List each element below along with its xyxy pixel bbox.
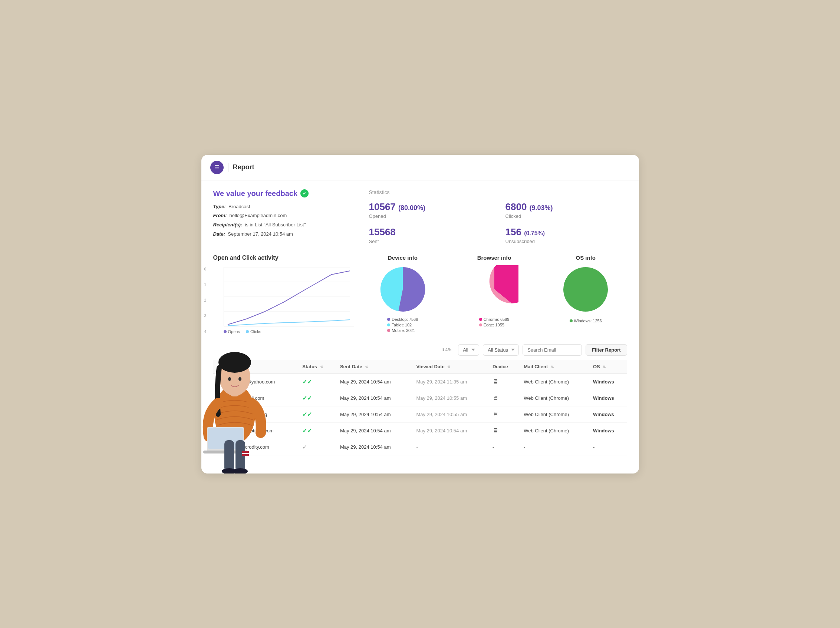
clicks-dot [246,330,249,333]
browser-chart: Browser info Chrome: 6589 [453,255,535,334]
campaign-info-panel: We value your feedback ✓ Type: Broadcast… [213,189,354,244]
cell-status: ✓✓ [298,373,336,390]
charts-section: Open and Click activity 4 3 2 1 0 [213,255,627,334]
search-email-input[interactable] [523,344,582,356]
cell-viewed-date: May 29, 2024 11:35 am [412,373,488,390]
browser-pie-svg [470,265,518,313]
email-sort-icon[interactable]: ⇅ [233,365,236,369]
sent-date-sort-icon[interactable]: ⇅ [365,365,368,369]
os-legend: Windows: 1256 [570,319,602,324]
cell-sent-date: May 29, 2024 10:54 am [336,406,412,422]
os-chart: OS info Windows: 1256 [545,255,627,334]
cell-mail-client: Web Client (Chrome) [519,406,589,422]
pie-charts-panel: Device info [362,255,627,334]
chrome-dot [479,318,482,321]
device-desktop-icon: 🖥 [493,395,499,401]
unsub-number: 156 (0.75%) [505,227,627,238]
table-row: catharine59@hotmail.com ✓✓ May 29, 2024 … [213,422,627,439]
cell-status: ✓ [298,439,336,455]
sent-number: 15568 [369,227,491,238]
header: ☰ Report [201,155,639,181]
browser-legend: Chrome: 6589 Edge: 1055 [479,317,510,328]
campaign-meta: Type: Broadcast From: hello@Exampleadmin… [213,202,354,239]
verified-icon: ✓ [300,189,309,197]
status-sort-icon[interactable]: ⇅ [320,365,323,369]
cell-device: - [488,439,519,455]
os-pie-container [545,265,627,313]
col-viewed-date[interactable]: Viewed Date ⇅ [412,360,488,373]
table-body: flossie_jacobi@yahoo.com ✓✓ May 29, 2024… [213,373,627,455]
cell-email: flossie_jacobi@yahoo.com [213,373,298,390]
main-content: We value your feedback ✓ Type: Broadcast… [201,181,639,464]
cell-sent-date: May 29, 2024 10:54 am [336,373,412,390]
app-container: ☰ Report We value your feedback ✓ Type: … [201,155,639,474]
cell-email: shane.p@mailsend.org [213,406,298,422]
cell-sent-date: May 29, 2024 10:54 am [336,390,412,406]
device-desktop-icon: 🖥 [493,427,499,433]
legend-opens: Opens [224,329,240,334]
device-desktop-icon: 🖥 [493,411,499,417]
svg-point-17 [233,468,248,474]
campaign-from: From: hello@Exampleadmin.com [213,211,354,220]
os-sort-icon[interactable]: ⇅ [603,365,606,369]
cell-viewed-date: May 29, 2024 10:54 am [412,422,488,439]
cell-status: ✓✓ [298,390,336,406]
svg-point-4 [563,267,608,312]
opened-number: 10567 (80.00%) [369,201,491,212]
status-double-check: ✓✓ [302,379,312,385]
filter-all-select[interactable]: All [458,344,479,356]
device-pie-container [362,265,444,313]
table-header: Email ⇅ Status ⇅ Sent Date ⇅ Viewed Date… [213,360,627,373]
stat-clicked: 6800 (9.03%) Clicked [505,201,627,219]
cell-mail-client: Web Client (Chrome) [519,390,589,406]
col-os[interactable]: OS ⇅ [589,360,627,373]
line-chart-svg-container [224,267,354,326]
stats-grid: 10567 (80.00%) Opened 6800 (9.03%) Click… [369,201,627,244]
cell-os: Windows [589,406,627,422]
cell-viewed-date: May 29, 2024 10:55 am [412,406,488,422]
page-indicator: d 4/5 [442,347,452,353]
stat-unsub: 156 (0.75%) Unsubscribed [505,227,627,244]
opened-label: Opened [369,213,491,219]
cell-device: 🖥 [488,390,519,406]
header-divider [228,163,229,172]
windows-dot [570,320,573,322]
filter-status-select[interactable]: All Status [483,344,519,356]
browser-pie-container [453,265,535,313]
cell-os: Windows [589,373,627,390]
cell-email: rosafi5740@crodity.com [213,439,298,455]
sent-label: Sent [369,239,491,244]
campaign-recipients: Recipient(s): is in List "All Subscriber… [213,220,354,230]
stat-opened: 10567 (80.00%) Opened [369,201,491,219]
cell-mail-client: - [519,439,589,455]
app-logo: ☰ [210,161,224,174]
col-email[interactable]: Email ⇅ [213,360,298,373]
table-row: rosafi5740@crodity.com ✓ May 29, 2024 10… [213,439,627,455]
edge-dot [479,323,482,326]
viewed-date-sort-icon[interactable]: ⇅ [447,365,450,369]
col-status[interactable]: Status ⇅ [298,360,336,373]
statistics-panel: Statistics 10567 (80.00%) Opened 6800 (9… [369,189,627,244]
line-chart-svg [224,267,350,326]
stat-sent: 15568 Sent [369,227,491,244]
cell-email: johndeo09@mail.com [213,390,298,406]
svg-point-16 [222,468,237,474]
cell-os: - [589,439,627,455]
browser-chart-title: Browser info [453,255,535,261]
col-sent-date[interactable]: Sent Date ⇅ [336,360,412,373]
col-mail-client[interactable]: Mail Client ⇅ [519,360,589,373]
cell-email: catharine59@hotmail.com [213,422,298,439]
y-axis-labels: 4 3 2 1 0 [204,267,207,334]
col-device: Device [488,360,519,373]
tablet-dot [387,323,390,326]
device-pie-svg [379,265,427,313]
cell-viewed-date: - [412,439,488,455]
os-chart-title: OS info [545,255,627,261]
unsub-label: Unsubscribed [505,239,627,244]
filter-report-button[interactable]: Filter Report [586,344,627,356]
mail-client-sort-icon[interactable]: ⇅ [551,365,554,369]
cell-sent-date: May 29, 2024 10:54 am [336,422,412,439]
campaign-title: We value your feedback ✓ [213,189,354,198]
table-row: shane.p@mailsend.org ✓✓ May 29, 2024 10:… [213,406,627,422]
device-chart-title: Device info [362,255,444,261]
